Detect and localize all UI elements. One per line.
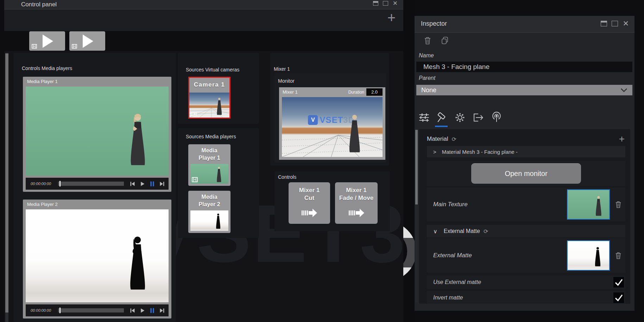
seek-bar[interactable] bbox=[58, 182, 124, 186]
close-icon[interactable]: ✕ bbox=[393, 1, 398, 6]
play-button[interactable] bbox=[139, 181, 145, 187]
play-icon bbox=[83, 34, 93, 48]
mixer-fade-move-button[interactable]: Mixer 1 Fade / Move bbox=[335, 182, 378, 224]
invert-matte-label: Invert matte bbox=[433, 295, 463, 301]
play-media-2-button[interactable] bbox=[69, 31, 105, 51]
play-button[interactable] bbox=[139, 308, 145, 314]
skip-start-button[interactable] bbox=[130, 181, 135, 187]
chevron-expanded-icon: ∨ bbox=[433, 228, 437, 235]
collapse-arrow-icon: > bbox=[433, 149, 436, 155]
main-texture-label: Main Texture bbox=[433, 201, 468, 208]
control-panel-scrollbar[interactable] bbox=[5, 53, 8, 322]
vset3d-logo-text: VSET bbox=[320, 115, 343, 125]
media-player-title: Media Player 2 bbox=[27, 202, 58, 207]
tab-transform-sliders-icon[interactable] bbox=[418, 112, 430, 124]
section-label: Mixer 1 bbox=[274, 66, 290, 72]
section-media-controls: Controls Media players Media Player 1 00… bbox=[13, 53, 176, 322]
add-material-button[interactable]: + bbox=[619, 133, 625, 145]
delete-icon[interactable] bbox=[424, 36, 431, 45]
performer-figure bbox=[127, 113, 149, 167]
pause-button[interactable] bbox=[149, 308, 155, 314]
transition-arrow-icon bbox=[348, 208, 365, 218]
button-line2: Fade / Move bbox=[335, 194, 378, 202]
film-icon bbox=[72, 44, 77, 49]
section-label: Controls bbox=[278, 174, 296, 180]
media-player-2: Media Player 2 00:00:00:00 bbox=[23, 200, 171, 318]
seek-bar[interactable] bbox=[58, 308, 124, 312]
parent-dropdown[interactable]: None bbox=[416, 85, 632, 95]
performer-figure bbox=[216, 166, 222, 183]
mixer-preview: V VSET 3D bbox=[282, 97, 383, 157]
duplicate-icon[interactable] bbox=[441, 36, 449, 45]
close-icon[interactable]: ✕ bbox=[623, 21, 629, 26]
external-matte-label: External Matte bbox=[433, 252, 472, 259]
section-virtual-cameras: Sources Virtual cameras Camera 1 bbox=[178, 53, 259, 124]
timecode: 00:00:00:00 bbox=[31, 182, 58, 186]
playhead[interactable] bbox=[59, 181, 61, 187]
maximize-icon[interactable] bbox=[612, 21, 618, 26]
media-player-2-video bbox=[26, 209, 169, 302]
external-matte-thumbnail[interactable] bbox=[567, 240, 610, 271]
play-media-1-button[interactable] bbox=[29, 31, 65, 51]
use-external-matte-checkbox[interactable] bbox=[613, 277, 624, 288]
matte-silhouette-figure bbox=[215, 213, 221, 229]
media-player-1-video bbox=[26, 87, 169, 176]
transition-arrow-icon bbox=[301, 208, 317, 218]
duration-label: Duration bbox=[348, 90, 364, 95]
maximize-icon[interactable] bbox=[383, 1, 388, 6]
delete-texture-icon[interactable] bbox=[615, 201, 622, 208]
section-mixer: Mixer 1 Monitor Mixer 1 Duration 2.0 bbox=[270, 53, 389, 165]
name-input[interactable]: Mesh 3 - Facing plane bbox=[416, 62, 632, 72]
tab-broadcast-icon[interactable] bbox=[491, 112, 503, 124]
dock-window-icon[interactable] bbox=[373, 1, 378, 6]
main-texture-thumbnail[interactable] bbox=[567, 189, 610, 220]
open-monitor-button[interactable]: Open monitor bbox=[471, 163, 581, 184]
delete-matte-icon[interactable] bbox=[615, 252, 622, 259]
mixer-monitor: Mixer 1 Duration 2.0 bbox=[279, 87, 385, 160]
inspector-titlebar[interactable]: Inspector ✕ bbox=[415, 16, 634, 33]
button-line1: Mixer 1 bbox=[335, 182, 378, 194]
tab-material-hammer-icon[interactable] bbox=[436, 112, 448, 124]
check-icon bbox=[613, 277, 624, 288]
refresh-icon[interactable]: ⟳ bbox=[452, 136, 456, 143]
dock-window-icon[interactable] bbox=[601, 21, 607, 26]
film-icon bbox=[192, 177, 198, 182]
section-label: Controls Media players bbox=[22, 65, 72, 71]
refresh-icon[interactable]: ⟳ bbox=[484, 228, 488, 235]
scrollbar-thumb[interactable] bbox=[415, 130, 418, 204]
floor-grid bbox=[282, 97, 383, 157]
pause-button[interactable] bbox=[149, 181, 155, 187]
button-line2: Cut bbox=[289, 194, 330, 202]
invert-matte-row: Invert matte bbox=[427, 291, 625, 304]
use-external-matte-row: Use External matte bbox=[427, 276, 625, 289]
scrollbar-thumb[interactable] bbox=[5, 53, 8, 312]
tab-export-icon[interactable] bbox=[472, 112, 484, 124]
timecode: 00:00:00:00 bbox=[31, 308, 58, 312]
playhead[interactable] bbox=[59, 308, 61, 313]
control-panel-window: Control panel ✕ + bbox=[4, 0, 403, 322]
material-mesh-label: Material Mesh 3 - Facing plane - bbox=[442, 149, 518, 155]
quick-actions-toolbar bbox=[4, 31, 403, 51]
tab-settings-gear-icon[interactable] bbox=[454, 112, 466, 124]
active-tab-indicator bbox=[435, 126, 448, 127]
skip-end-button[interactable] bbox=[159, 308, 165, 314]
invert-matte-checkbox[interactable] bbox=[613, 292, 624, 303]
monitor-title: Mixer 1 bbox=[283, 89, 298, 95]
scene-figure bbox=[216, 97, 223, 115]
media-player-1-source-tile[interactable]: Media Player 1 bbox=[188, 144, 231, 186]
external-matte-header: External Matte bbox=[444, 228, 480, 234]
camera-1-tile[interactable]: Camera 1 bbox=[188, 77, 231, 119]
media-player-2-source-tile[interactable]: Media Player 2 bbox=[188, 191, 231, 233]
control-panel-title: Control panel bbox=[21, 1, 57, 8]
skip-end-button[interactable] bbox=[159, 181, 165, 187]
material-mesh-expander[interactable]: > Material Mesh 3 - Facing plane - bbox=[427, 146, 625, 157]
parent-value: None bbox=[421, 87, 436, 94]
transport-bar: 00:00:00:00 bbox=[26, 178, 169, 190]
skip-start-button[interactable] bbox=[130, 308, 135, 314]
control-panel-titlebar[interactable]: Control panel ✕ bbox=[4, 0, 403, 10]
duration-input[interactable]: 2.0 bbox=[366, 88, 383, 96]
external-matte-expander[interactable]: ∨ External Matte ⟳ bbox=[427, 225, 625, 238]
mixer-cut-button[interactable]: Mixer 1 Cut bbox=[289, 182, 330, 224]
inspector-scrollbar[interactable] bbox=[415, 129, 418, 302]
add-panel-button[interactable]: + bbox=[387, 11, 396, 25]
